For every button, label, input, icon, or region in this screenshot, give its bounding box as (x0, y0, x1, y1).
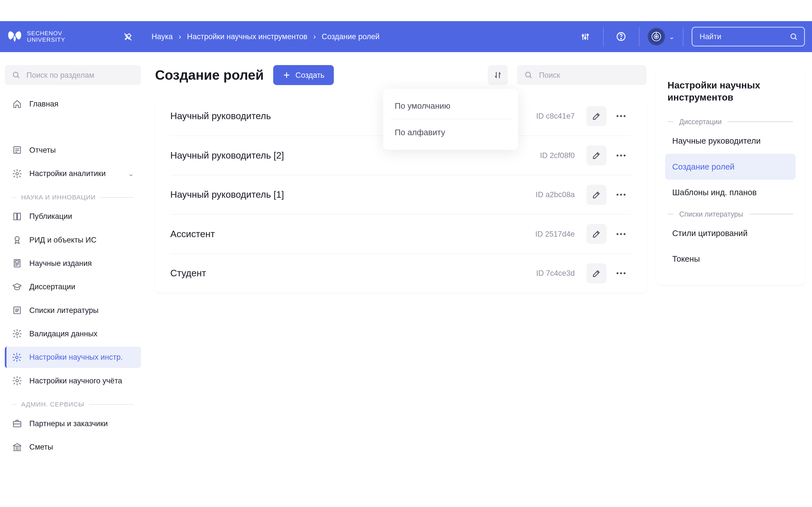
global-search-input[interactable] (698, 32, 784, 42)
sidebar-item[interactable]: Списки литературы (5, 300, 141, 321)
sidebar-item-label: Партнеры и заказчики (29, 419, 108, 428)
report-icon (12, 145, 22, 155)
svg-point-57 (624, 233, 626, 235)
sidebar-search-input[interactable] (26, 70, 134, 80)
avatar (648, 28, 665, 45)
search-icon (524, 71, 533, 79)
panel-item[interactable]: Создание ролей (665, 154, 795, 179)
search-icon (12, 71, 20, 79)
svg-point-32 (16, 332, 18, 335)
sidebar-item[interactable]: Партнеры и заказчики (5, 413, 141, 434)
role-id: ID 2cf08f0 (540, 151, 574, 160)
svg-point-47 (620, 115, 622, 117)
svg-point-44 (526, 72, 530, 77)
user-menu[interactable]: ⌄ (648, 28, 675, 45)
chevron-right-icon: › (179, 32, 181, 41)
content-search[interactable] (517, 65, 646, 85)
svg-point-21 (16, 172, 18, 175)
edit-button[interactable] (587, 106, 606, 126)
svg-point-56 (620, 233, 622, 235)
sidebar-item[interactable]: Сметы (5, 436, 141, 457)
home-icon (12, 99, 22, 109)
sidebar-item[interactable]: Валидация данных (5, 323, 141, 344)
more-button[interactable] (611, 106, 631, 126)
sidebar-item[interactable]: Настройки научного учёта (5, 370, 141, 391)
sort-option-alpha[interactable]: По алфавиту (390, 119, 511, 145)
svg-line-45 (530, 76, 532, 78)
list-icon (12, 305, 22, 316)
sort-button[interactable]: По умолчанию По алфавиту (488, 65, 508, 85)
create-button-label: Создать (296, 71, 324, 80)
svg-rect-25 (15, 261, 18, 263)
chevron-down-icon: ⌄ (669, 33, 675, 41)
role-id: ID c8c41e7 (536, 112, 575, 121)
role-id: ID 7c4ce3d (536, 269, 575, 278)
svg-point-5 (585, 37, 586, 39)
content-search-input[interactable] (538, 70, 639, 80)
edit-button[interactable] (587, 263, 606, 283)
chevron-right-icon: › (313, 32, 316, 41)
sidebar-item[interactable]: Публикации (5, 206, 141, 227)
edit-button[interactable] (587, 185, 606, 205)
sort-popover: По умолчанию По алфавиту (383, 89, 518, 150)
panel-section-label: Диссертации (665, 113, 795, 128)
right-panel: Настройки научных инструментов Диссертац… (656, 52, 812, 507)
logo[interactable]: SECHENOV UNIVERSITY (7, 30, 124, 43)
more-button[interactable] (611, 224, 631, 244)
edit-button[interactable] (587, 145, 606, 165)
panel-item[interactable]: Стили цитирований (665, 221, 795, 246)
more-button[interactable] (611, 145, 631, 165)
panel-item[interactable]: Токены (665, 246, 795, 272)
sidebar-item[interactable]: Отчеты (5, 140, 141, 161)
plus-icon (283, 71, 291, 79)
edit-button[interactable] (587, 224, 606, 244)
gear-icon (12, 328, 22, 339)
settings-sliders-button[interactable] (576, 27, 595, 46)
book-icon (12, 211, 22, 222)
chevron-down-icon: ⌄ (128, 170, 134, 178)
global-search[interactable] (692, 27, 805, 47)
logo-text: SECHENOV UNIVERSITY (27, 30, 65, 43)
sidebar-item-label: Сметы (29, 443, 53, 452)
journal-icon (12, 258, 22, 269)
sidebar-item[interactable]: Диссертации (5, 276, 141, 297)
more-button[interactable] (611, 185, 631, 205)
sidebar-section-label: АДМИН. СЕРВИСЫ (5, 393, 141, 413)
sidebar-item-label: РИД и объекты ИС (29, 235, 96, 244)
sidebar-item[interactable]: РИД и объекты ИС (5, 229, 141, 250)
panel-item[interactable]: Шаблоны инд. планов (665, 180, 795, 205)
pin-toggle[interactable] (121, 30, 135, 44)
panel-section-label: Списки литературы (665, 205, 795, 221)
sidebar-item-label: Валидация данных (29, 329, 97, 338)
briefcase-icon (12, 418, 22, 429)
cap-icon (12, 282, 22, 292)
breadcrumb-item[interactable]: Настройки научных инструментов (187, 32, 307, 41)
sidebar-item[interactable]: Научные издания (5, 253, 141, 274)
svg-point-53 (620, 194, 622, 196)
svg-point-4 (582, 35, 584, 36)
breadcrumb: Наука › Настройки научных инструментов ›… (151, 32, 379, 41)
breadcrumb-item[interactable]: Создание ролей (322, 32, 379, 41)
svg-line-16 (17, 76, 19, 78)
svg-point-46 (617, 115, 619, 117)
panel-item[interactable]: Научные руководители (665, 128, 795, 154)
svg-point-58 (617, 272, 619, 274)
svg-point-52 (617, 194, 619, 196)
sidebar-item[interactable]: Настройки аналитики⌄ (5, 163, 141, 184)
more-button[interactable] (611, 263, 631, 283)
role-row: АссистентID 2517d4e (170, 215, 631, 254)
svg-point-33 (16, 356, 18, 358)
sidebar-search[interactable] (5, 65, 141, 85)
sidebar-item[interactable]: Настройки научных инстр. (5, 347, 141, 368)
svg-point-50 (620, 155, 622, 157)
help-button[interactable] (612, 27, 631, 46)
breadcrumb-item[interactable]: Наука (151, 32, 172, 41)
svg-point-15 (13, 72, 18, 77)
search-icon (790, 33, 798, 41)
sort-option-default[interactable]: По умолчанию (390, 93, 511, 119)
create-button[interactable]: Создать (273, 65, 334, 85)
gear-icon (11, 352, 22, 362)
topbar: SECHENOV UNIVERSITY Наука › Настройки на… (0, 21, 812, 52)
award-icon (12, 235, 22, 245)
sidebar-item[interactable]: Главная (5, 93, 141, 114)
